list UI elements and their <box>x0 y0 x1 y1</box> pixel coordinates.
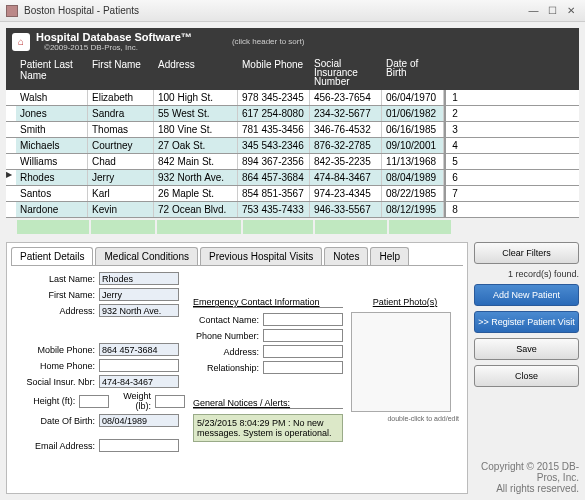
col-last[interactable]: Patient Last Name <box>16 57 88 88</box>
field-pnum[interactable] <box>263 329 343 342</box>
tab-help[interactable]: Help <box>370 247 409 265</box>
cell-ssn: 946-33-5567 <box>310 202 382 217</box>
close-button[interactable]: Close <box>474 365 579 387</box>
cell-first: Courtney <box>88 138 154 153</box>
cell-phone: 864 457-3684 <box>238 170 310 185</box>
register-visit-button[interactable]: >> Register Patient Visit <box>474 311 579 333</box>
cell-phone: 345 543-2346 <box>238 138 310 153</box>
field-email[interactable] <box>99 439 179 452</box>
table-row[interactable]: NardoneKevin72 Ocean Blvd.753 435-743394… <box>6 202 579 218</box>
table-row[interactable]: RhodesJerry932 North Ave.864 457-3684474… <box>6 170 579 186</box>
add-patient-button[interactable]: Add New Patient <box>474 284 579 306</box>
eci-header: Emergency Contact Information <box>193 297 343 308</box>
lbl-last: Last Name: <box>15 274 95 284</box>
tab-notes[interactable]: Notes <box>324 247 368 265</box>
clear-filters-button[interactable]: Clear Filters <box>474 242 579 264</box>
cell-last: Santos <box>16 186 88 201</box>
col-ssn[interactable]: Social Insurance Number <box>310 57 382 88</box>
close-window-button[interactable]: ✕ <box>563 5 579 16</box>
cell-last: Williams <box>16 154 88 169</box>
cell-idx: 3 <box>444 122 464 137</box>
cell-phone: 894 367-2356 <box>238 154 310 169</box>
table-row[interactable]: MichaelsCourtney27 Oak St.345 543-234687… <box>6 138 579 154</box>
cell-ssn: 974-23-4345 <box>310 186 382 201</box>
cell-last: Smith <box>16 122 88 137</box>
detail-panel: Patient DetailsMedical ConditionsPreviou… <box>6 242 468 494</box>
app-title: Hospital Database Software™ <box>36 31 192 43</box>
cell-addr: 26 Maple St. <box>154 186 238 201</box>
cell-idx: 5 <box>444 154 464 169</box>
notices-box: 5/23/2015 8:04:29 PM : No new messages. … <box>193 414 343 442</box>
tab-patient-details[interactable]: Patient Details <box>11 247 93 265</box>
notices-header: General Notices / Alerts: <box>193 398 343 409</box>
app-header: ⌂ Hospital Database Software™ ©2009-2015… <box>6 28 579 55</box>
filter-addr[interactable] <box>157 220 241 234</box>
table-row[interactable]: WilliamsChad842 Main St.894 367-2356842-… <box>6 154 579 170</box>
tabs: Patient DetailsMedical ConditionsPreviou… <box>11 247 463 266</box>
field-weight[interactable] <box>155 395 185 408</box>
cell-last: Walsh <box>16 90 88 105</box>
filter-ssn[interactable] <box>315 220 387 234</box>
cell-phone: 617 254-8080 <box>238 106 310 121</box>
field-height[interactable] <box>79 395 109 408</box>
field-addr[interactable] <box>99 304 179 317</box>
cell-dob: 11/13/1968 <box>382 154 444 169</box>
field-rel[interactable] <box>263 361 343 374</box>
filter-dob[interactable] <box>389 220 451 234</box>
lbl-pnum: Phone Number: <box>193 331 259 341</box>
col-addr[interactable]: Address <box>154 57 238 88</box>
save-button[interactable]: Save <box>474 338 579 360</box>
field-mobile[interactable] <box>99 343 179 356</box>
tab-medical-conditions[interactable]: Medical Conditions <box>95 247 198 265</box>
tab-previous-hospital-visits[interactable]: Previous Hospital Visits <box>200 247 322 265</box>
col-dob[interactable]: Date of Birth <box>382 57 444 88</box>
col-first[interactable]: First Name <box>88 57 154 88</box>
table-row[interactable]: JonesSandra55 West St.617 254-8080234-32… <box>6 106 579 122</box>
titlebar: Boston Hospital - Patients — ☐ ✕ <box>0 0 585 22</box>
lbl-rel: Relationship: <box>193 363 259 373</box>
field-last[interactable] <box>99 272 179 285</box>
maximize-button[interactable]: ☐ <box>544 5 560 16</box>
field-first[interactable] <box>99 288 179 301</box>
lbl-first: First Name: <box>15 290 95 300</box>
photo-hint: double-click to add/edit <box>351 415 459 422</box>
cell-dob: 06/04/1970 <box>382 90 444 105</box>
col-phone[interactable]: Mobile Phone <box>238 57 310 88</box>
cell-idx: 4 <box>444 138 464 153</box>
cell-idx: 2 <box>444 106 464 121</box>
cell-addr: 842 Main St. <box>154 154 238 169</box>
table-body: WalshElizabeth100 High St.978 345-234545… <box>6 90 579 218</box>
photo-box[interactable] <box>351 312 451 412</box>
cell-last: Jones <box>16 106 88 121</box>
sidebar: Clear Filters 1 record(s) found. Add New… <box>474 242 579 494</box>
cell-phone: 978 345-2345 <box>238 90 310 105</box>
cell-first: Jerry <box>88 170 154 185</box>
detail-form: Last Name: First Name: Address: Mobile P… <box>11 266 463 489</box>
lbl-eaddr: Address: <box>193 347 259 357</box>
field-contact[interactable] <box>263 313 343 326</box>
table-header: Patient Last Name First Name Address Mob… <box>6 55 579 90</box>
lbl-height: Height (ft): <box>15 396 75 406</box>
cell-first: Elizabeth <box>88 90 154 105</box>
table-row[interactable]: WalshElizabeth100 High St.978 345-234545… <box>6 90 579 106</box>
filter-last[interactable] <box>17 220 89 234</box>
minimize-button[interactable]: — <box>525 5 541 16</box>
app-copyright: ©2009-2015 DB-Pros, Inc. <box>44 43 192 52</box>
field-home[interactable] <box>99 359 179 372</box>
cell-last: Rhodes <box>16 170 88 185</box>
cell-first: Karl <box>88 186 154 201</box>
cell-last: Nardone <box>16 202 88 217</box>
cell-ssn: 456-23-7654 <box>310 90 382 105</box>
field-ssn[interactable] <box>99 375 179 388</box>
field-dob[interactable] <box>99 414 179 427</box>
table-row[interactable]: SantosKarl26 Maple St.854 851-3567974-23… <box>6 186 579 202</box>
footer-line2: All rights reserved. <box>474 483 579 494</box>
cell-phone: 753 435-7433 <box>238 202 310 217</box>
lbl-contact: Contact Name: <box>193 315 259 325</box>
field-eaddr[interactable] <box>263 345 343 358</box>
cell-first: Kevin <box>88 202 154 217</box>
table-row[interactable]: SmithThomas180 Vine St.781 435-3456346-7… <box>6 122 579 138</box>
cell-first: Thomas <box>88 122 154 137</box>
lbl-dob: Date Of Birth: <box>15 416 95 426</box>
cell-ssn: 842-35-2235 <box>310 154 382 169</box>
